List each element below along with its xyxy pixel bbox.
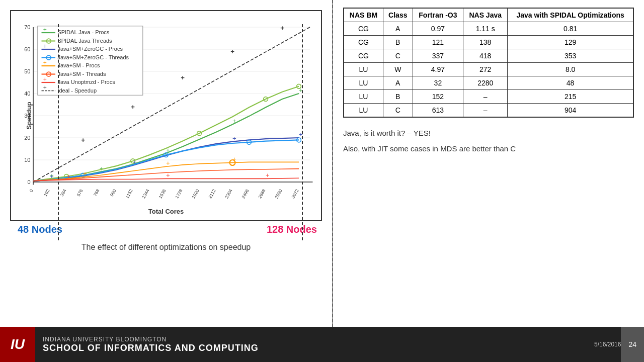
svg-text:+: +	[232, 135, 236, 142]
footer-school: SCHOOL OF INFORMATICS AND COMPUTING	[43, 343, 587, 353]
col-header-class: Class	[383, 8, 413, 22]
svg-text:Java+SM+ZeroGC - Threads: Java+SM+ZeroGC - Threads	[57, 54, 129, 60]
svg-text:+: +	[181, 74, 185, 81]
table-row: LUC613–904	[344, 104, 633, 118]
y-axis-label: Speedup	[25, 102, 33, 130]
svg-text:SPIDAL Java Threads: SPIDAL Java Threads	[57, 38, 112, 44]
table-cell: 272	[463, 63, 508, 76]
svg-text:+: +	[230, 48, 234, 55]
svg-text:1728: 1728	[174, 188, 183, 199]
table-cell: 0.81	[508, 22, 633, 36]
svg-text:20: 20	[24, 135, 30, 141]
svg-text:3072: 3072	[290, 188, 299, 199]
table-cell: 0.97	[413, 22, 463, 36]
table-cell: 121	[413, 36, 463, 49]
svg-text:960: 960	[109, 188, 117, 197]
svg-text:+: +	[43, 76, 47, 83]
svg-text:Java Unoptmzd - Procs: Java Unoptmzd - Procs	[57, 79, 115, 85]
svg-text:Java+SM+ZeroGC - Procs: Java+SM+ZeroGC - Procs	[57, 46, 123, 52]
node-128-label: 128 Nodes	[267, 224, 319, 235]
data-table: NAS BM Class Fortran -O3 NAS Java Java w…	[343, 8, 634, 118]
svg-text:0: 0	[29, 188, 34, 193]
table-cell: C	[383, 49, 413, 63]
table-cell: 8.0	[508, 63, 633, 76]
iu-logo-icon: IU	[11, 336, 25, 352]
svg-text:10: 10	[24, 157, 30, 163]
table-row: LUA32228048	[344, 76, 633, 90]
table-cell: CG	[344, 22, 383, 36]
table-cell: 215	[508, 90, 633, 104]
svg-text:576: 576	[76, 188, 84, 197]
footer-logo: IU	[0, 327, 35, 362]
svg-text:Java+SM - Threads: Java+SM - Threads	[57, 71, 106, 77]
nodes-container: 48 Nodes 128 Nodes	[10, 224, 322, 235]
table-row: LUB152–215	[344, 90, 633, 104]
svg-text:2304: 2304	[224, 188, 233, 199]
table-cell: W	[383, 63, 413, 76]
table-cell: 48	[508, 76, 633, 90]
svg-text:40: 40	[24, 90, 30, 97]
chart-container: Speedup	[10, 10, 322, 221]
svg-text:+: +	[43, 84, 47, 91]
table-row: CGB121138129	[344, 36, 633, 49]
table-cell: –	[463, 104, 508, 118]
table-cell: 337	[413, 49, 463, 63]
col-header-spidal: Java with SPIDAL Optimizations	[508, 8, 633, 22]
svg-text:Java+SM - Procs: Java+SM - Procs	[57, 62, 100, 68]
footer-date: 5/16/2016	[587, 341, 621, 348]
svg-text:1920: 1920	[191, 188, 200, 199]
table-cell: A	[383, 76, 413, 90]
left-panel: Speedup	[0, 0, 332, 327]
col-header-nasjava: NAS Java	[463, 8, 508, 22]
table-cell: B	[383, 36, 413, 49]
x-axis-label: Total Cores	[148, 208, 184, 215]
table-row: CGA0.971.11 s0.81	[344, 22, 633, 36]
svg-text:768: 768	[93, 188, 101, 197]
svg-text:2112: 2112	[207, 188, 216, 199]
node-48-label: 48 Nodes	[13, 224, 62, 235]
svg-text:2496: 2496	[240, 188, 250, 199]
table-cell: A	[383, 22, 413, 36]
table-row: LUW4.972728.0	[344, 63, 633, 76]
svg-text:2880: 2880	[274, 188, 283, 199]
svg-text:+: +	[232, 117, 236, 125]
table-cell: 4.97	[413, 63, 463, 76]
table-cell: LU	[344, 90, 383, 104]
svg-text:+: +	[131, 103, 135, 111]
svg-text:+: +	[166, 171, 170, 179]
svg-text:+: +	[66, 172, 70, 180]
svg-text:SPIDAL Java - Procs: SPIDAL Java - Procs	[57, 29, 109, 35]
table-cell: 2280	[463, 76, 508, 90]
svg-text:+: +	[166, 159, 170, 167]
svg-text:384: 384	[59, 188, 67, 197]
svg-text:+: +	[266, 171, 270, 179]
footer-university: INDIANA UNIVERSITY BLOOMINGTON	[43, 336, 587, 343]
svg-text:70: 70	[24, 24, 30, 30]
footer-page: 24	[621, 327, 644, 362]
table-cell: 353	[508, 49, 633, 63]
col-header-fortran: Fortran -O3	[413, 8, 463, 22]
svg-text:2688: 2688	[257, 188, 266, 199]
table-cell: LU	[344, 63, 383, 76]
table-cell: 904	[508, 104, 633, 118]
chart-caption: The effect of different optimizations on…	[10, 243, 322, 252]
footer: IU INDIANA UNIVERSITY BLOOMINGTON SCHOOL…	[0, 327, 644, 362]
table-cell: 129	[508, 36, 633, 49]
table-cell: 1.11 s	[463, 22, 508, 36]
svg-text:+: +	[81, 136, 85, 144]
svg-text:+: +	[83, 170, 87, 177]
svg-text:1152: 1152	[124, 188, 133, 199]
svg-text:+: +	[232, 155, 236, 163]
svg-text:+: +	[43, 43, 47, 50]
svg-text:50: 50	[24, 68, 30, 74]
table-cell: CG	[344, 49, 383, 63]
svg-text:+: +	[280, 24, 284, 32]
table-cell: B	[383, 90, 413, 104]
table-cell: C	[383, 104, 413, 118]
svg-text:0: 0	[27, 179, 30, 185]
table-cell: CG	[344, 36, 383, 49]
table-cell: LU	[344, 76, 383, 90]
table-cell: 152	[413, 90, 463, 104]
table-cell: 32	[413, 76, 463, 90]
svg-text:1344: 1344	[141, 188, 150, 199]
